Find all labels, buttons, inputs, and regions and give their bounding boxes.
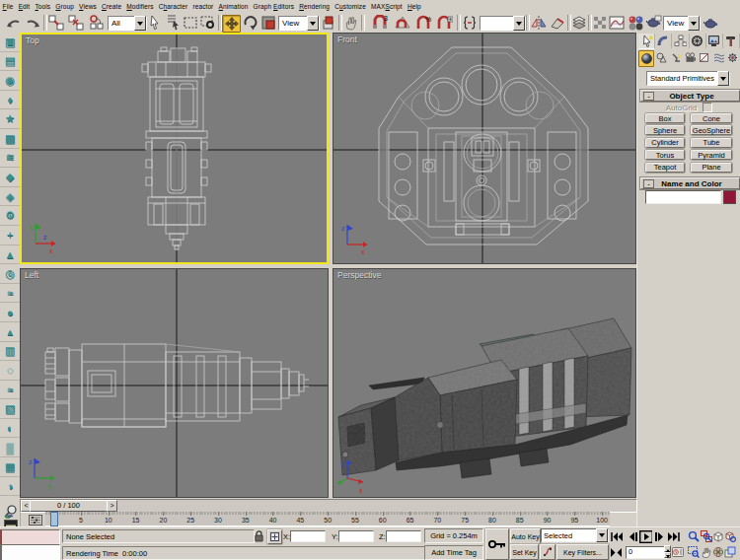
left-tool-icon[interactable]: ≋ [0, 149, 20, 169]
selection-lock-icon[interactable] [253, 530, 264, 542]
percent-snap-toggle-icon[interactable]: % [415, 15, 432, 31]
absolute-offset-toggle[interactable] [267, 529, 282, 544]
undo-icon[interactable] [5, 15, 22, 31]
menu-item[interactable]: Create [99, 3, 123, 10]
time-slider-handle[interactable]: 0 / 100 [30, 500, 108, 512]
render-type-dropdown[interactable]: View [663, 16, 701, 31]
left-tool-icon[interactable]: ▦ [0, 457, 20, 477]
category-shapes[interactable] [654, 50, 668, 65]
viewport-left-label[interactable]: Left [25, 270, 38, 280]
left-tool-icon[interactable]: ▤ [0, 52, 20, 72]
object-type-button[interactable]: Sphere [645, 125, 685, 135]
menu-item[interactable]: Character [156, 3, 190, 10]
left-tool-icon[interactable]: ▥ [0, 342, 20, 362]
pan-icon[interactable] [701, 545, 712, 558]
z-coord-field[interactable] [386, 530, 421, 542]
autogrid-checkbox[interactable] [703, 103, 712, 112]
object-type-button[interactable]: Torus [645, 150, 685, 160]
viewport-top[interactable]: Top [20, 33, 329, 264]
menu-item[interactable]: Views [77, 3, 100, 10]
viewport-left[interactable]: Left [20, 268, 329, 498]
left-tool-icon[interactable]: ◉ [0, 71, 20, 91]
go-to-start-icon[interactable] [611, 530, 624, 542]
object-type-button[interactable]: Teapot [645, 163, 685, 173]
left-tool-icon[interactable]: ▩ [0, 129, 20, 149]
viewport-perspective-label[interactable]: Perspective [337, 270, 381, 280]
left-tool-icon[interactable]: ★ [0, 109, 20, 129]
y-coord-field[interactable] [338, 530, 374, 542]
viewport-front[interactable]: Front [333, 33, 636, 264]
time-slider-next-button[interactable]: > [107, 500, 117, 512]
dropdown-arrow-icon[interactable] [134, 16, 146, 31]
left-tool-icon[interactable]: ◌ [0, 361, 20, 381]
menu-item[interactable]: Tools [33, 3, 53, 10]
left-tool-icon[interactable]: ◈ [0, 187, 20, 207]
align-icon[interactable] [549, 15, 565, 31]
render-scene-icon[interactable] [645, 15, 662, 31]
menu-item[interactable]: Edit [16, 3, 33, 10]
object-type-button[interactable]: Cone [691, 113, 732, 123]
menu-item[interactable]: Rendering [297, 3, 333, 10]
menu-item[interactable]: Group [53, 3, 77, 10]
arc-rotate-icon[interactable] [712, 545, 724, 558]
redo-icon[interactable] [24, 15, 40, 31]
current-frame-marker[interactable] [50, 512, 58, 526]
select-by-name-icon[interactable] [164, 15, 181, 31]
left-tool-icon[interactable]: ▣ [0, 33, 20, 52]
menu-item[interactable]: File [0, 3, 16, 10]
dropdown-arrow-icon[interactable] [688, 16, 700, 31]
selection-filter-dropdown[interactable]: All [108, 16, 147, 31]
left-tool-icon[interactable]: ◐ [0, 419, 20, 439]
select-and-rotate-icon[interactable] [242, 15, 259, 31]
collapse-icon[interactable]: - [643, 179, 654, 188]
object-type-button[interactable]: Plane [691, 163, 732, 173]
category-cameras[interactable] [683, 50, 697, 65]
left-tool-icon[interactable]: ● [0, 303, 20, 322]
edit-named-selection-sets-icon[interactable] [461, 15, 478, 31]
bind-to-space-warp-icon[interactable] [88, 15, 105, 31]
zoom-extents-all-icon[interactable] [724, 529, 736, 542]
select-object-icon[interactable] [146, 15, 163, 31]
category-space-warps[interactable] [711, 50, 725, 65]
object-type-rollout-header[interactable]: - Object Type [640, 90, 740, 102]
left-tool-icon[interactable]: ▒ [0, 438, 20, 457]
zoom-all-icon[interactable] [701, 529, 712, 542]
isolate-selection-icon[interactable] [3, 504, 18, 519]
track-bar-ruler[interactable]: 5101520253035404550556065707580859095100 [45, 512, 610, 526]
menu-item[interactable]: MAXScript [369, 3, 406, 10]
object-color-swatch[interactable] [723, 190, 736, 204]
zoom-icon[interactable] [688, 529, 700, 542]
spinner-snap-toggle-icon[interactable] [436, 15, 453, 31]
coordinate-system-dropdown[interactable]: View [278, 16, 320, 31]
left-tool-icon[interactable]: ▧ [0, 399, 20, 419]
viewport-front-label[interactable]: Front [337, 35, 357, 44]
select-and-manipulate-icon[interactable] [342, 15, 359, 31]
frame-spinner[interactable] [664, 545, 671, 558]
rectangular-selection-region-icon[interactable] [182, 15, 198, 31]
category-lights[interactable] [669, 50, 683, 65]
curve-editor-icon[interactable] [608, 15, 625, 31]
next-frame-icon[interactable] [653, 530, 665, 542]
use-pivot-point-center-icon[interactable] [320, 15, 336, 31]
object-type-button[interactable]: Pyramid [691, 150, 732, 160]
left-tool-icon[interactable]: ▲ [0, 245, 20, 265]
zoom-region-icon[interactable] [688, 545, 700, 558]
collapse-icon[interactable]: - [643, 92, 654, 101]
play-animation-icon[interactable] [639, 529, 652, 543]
select-and-move-icon[interactable] [222, 15, 241, 33]
menu-item[interactable]: Help [405, 3, 423, 10]
name-color-rollout-header[interactable]: - Name and Color [640, 177, 740, 189]
left-tool-icon[interactable]: + [0, 226, 20, 245]
object-type-button[interactable]: GeoSphere [691, 125, 732, 135]
set-key-mode-button[interactable] [485, 528, 509, 560]
go-to-end-icon[interactable] [667, 530, 680, 542]
left-tool-icon[interactable]: ◆ [0, 168, 20, 187]
select-and-link-icon[interactable] [47, 15, 64, 31]
menu-item[interactable]: Modifiers [124, 3, 156, 10]
object-type-button[interactable]: Tube [691, 138, 732, 148]
previous-frame-icon[interactable] [627, 530, 638, 542]
object-type-button[interactable]: Cylinder [645, 138, 685, 148]
object-type-button[interactable]: Box [645, 113, 685, 123]
left-tool-icon[interactable]: ≈ [0, 284, 20, 304]
viewport-top-label[interactable]: Top [26, 35, 39, 45]
